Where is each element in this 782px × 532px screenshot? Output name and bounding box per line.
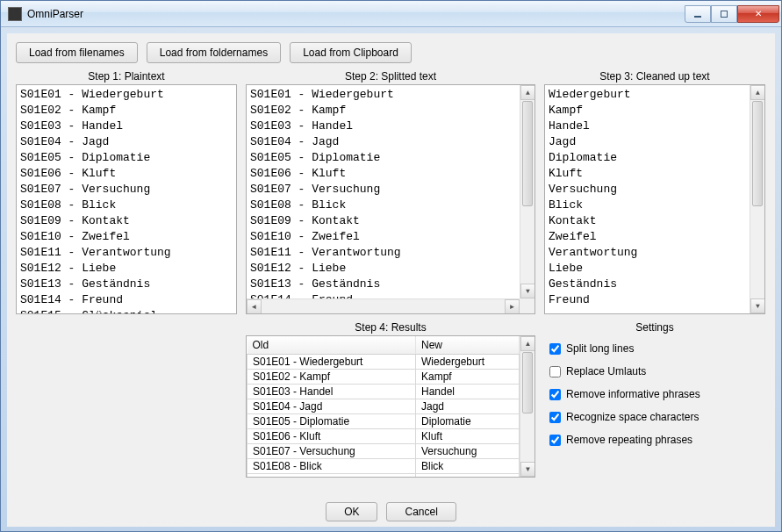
step3-label: Step 3: Cleaned up text [544,70,765,83]
results-col-old[interactable]: Old [248,336,416,355]
settings-label: Settings [544,321,765,334]
cell-old: S01E04 - Jagd [248,399,416,414]
maximize-icon [721,11,728,18]
step2-label: Step 2: Splitted text [246,70,535,83]
window-title: OmniParser [27,8,83,20]
scroll-down-icon[interactable]: ▼ [750,298,765,313]
cell-new: Kampf [416,370,520,385]
table-row[interactable]: S01E04 - JagdJagd [248,399,520,414]
cell-old: S01E03 - Handel [248,385,416,399]
split-long-lines-checkbox[interactable]: Split long lines [549,342,760,355]
load-filenames-button[interactable]: Load from filenames [16,42,138,63]
scroll-thumb[interactable] [752,101,763,206]
plaintext-textbox[interactable]: S01E01 - Wiedergeburt S01E02 - Kampf S01… [16,84,237,314]
cleaned-vscroll[interactable]: ▲ ▼ [750,85,764,313]
remove-repeating-checkbox[interactable]: Remove repeating phrases [549,434,760,446]
cell-old: S01E09 - Kontakt [248,474,416,478]
scroll-right-icon[interactable]: ► [505,299,520,314]
maximize-button[interactable] [711,5,737,23]
scroll-up-icon[interactable]: ▲ [750,85,765,100]
table-row[interactable]: S01E02 - KampfKampf [248,370,520,385]
splitted-hscroll[interactable]: ◄ ► [247,298,520,313]
close-icon: ✕ [755,9,762,18]
scroll-down-icon[interactable]: ▼ [520,284,535,298]
cell-new: Handel [416,385,520,399]
cell-old: S01E06 - Kluft [248,429,416,444]
scroll-up-icon[interactable]: ▲ [520,85,535,100]
cell-old: S01E07 - Versuchung [248,444,416,459]
cell-old: S01E01 - Wiedergeburt [248,355,416,370]
content-area: Load from filenames Load from foldername… [7,33,775,527]
cancel-button[interactable]: Cancel [386,502,456,521]
results-table-wrap: Old New S01E01 - WiedergeburtWiedergebur… [246,335,535,478]
splitted-vscroll[interactable]: ▲ ▼ [520,85,534,298]
cell-new: Versuchung [416,444,520,459]
results-table[interactable]: Old New S01E01 - WiedergeburtWiedergebur… [247,336,520,478]
settings-panel: Split long lines Replace Umlauts Remove … [544,335,765,478]
results-vscroll[interactable]: ▲ ▼ [520,336,534,477]
table-row[interactable]: S01E03 - HandelHandel [248,385,520,399]
table-row[interactable]: S01E09 - KontaktKontakt [248,474,520,478]
app-icon [8,7,22,21]
cleaned-textbox[interactable]: Wiedergeburt Kampf Handel Jagd Diplomati… [544,84,765,314]
scroll-down-icon[interactable]: ▼ [520,462,535,477]
scroll-thumb[interactable] [522,101,533,206]
table-row[interactable]: S01E08 - BlickBlick [248,459,520,474]
step1-label: Step 1: Plaintext [16,70,237,83]
replace-umlauts-checkbox[interactable]: Replace Umlauts [549,365,760,377]
table-row[interactable]: S01E07 - VersuchungVersuchung [248,444,520,459]
table-row[interactable]: S01E06 - KluftKluft [248,429,520,444]
table-row[interactable]: S01E01 - WiedergeburtWiedergeburt [248,355,520,370]
cell-new: Wiedergeburt [416,355,520,370]
cell-new: Jagd [416,399,520,414]
load-foldernames-button[interactable]: Load from foldernames [147,42,281,63]
table-row[interactable]: S01E05 - DiplomatieDiplomatie [248,414,520,429]
load-clipboard-button[interactable]: Load from Clipboard [290,42,412,63]
scroll-up-icon[interactable]: ▲ [520,336,535,351]
step4-label: Step 4: Results [246,321,535,334]
close-button[interactable]: ✕ [737,5,779,23]
scroll-corner [520,298,534,313]
remove-informative-checkbox[interactable]: Remove informative phrases [549,388,760,400]
recognize-space-checkbox[interactable]: Recognize space characters [549,411,760,423]
cell-old: S01E05 - Diplomatie [248,414,416,429]
cell-old: S01E08 - Blick [248,459,416,474]
results-col-new[interactable]: New [416,336,520,355]
scroll-thumb[interactable] [522,352,533,413]
minimize-button[interactable] [685,5,711,23]
cell-new: Kontakt [416,474,520,478]
splitted-textbox[interactable]: S01E01 - Wiedergeburt S01E02 - Kampf S01… [246,84,535,314]
cell-new: Blick [416,459,520,474]
cell-old: S01E02 - Kampf [248,370,416,385]
cell-new: Kluft [416,429,520,444]
ok-button[interactable]: OK [326,502,377,521]
cell-new: Diplomatie [416,414,520,429]
scroll-left-icon[interactable]: ◄ [247,299,262,314]
minimize-icon [694,16,701,18]
titlebar: OmniParser ✕ [1,1,781,27]
